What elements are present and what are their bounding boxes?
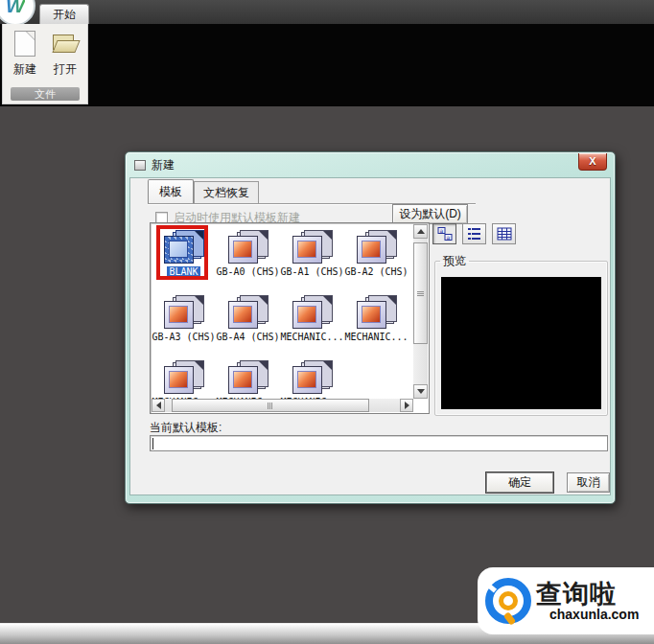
preview-area <box>441 277 601 409</box>
arrow-down-icon <box>417 389 425 394</box>
template-label: GB-A3 (CHS) <box>152 332 215 342</box>
scroll-left-button[interactable] <box>152 399 165 412</box>
tab-template[interactable]: 模板 <box>148 179 194 203</box>
ribbon-group-file: 新建 打开 文件 <box>2 24 88 104</box>
template-icon <box>164 360 204 396</box>
template-icon <box>292 295 333 331</box>
new-document-icon <box>14 31 35 57</box>
app-logo-icon[interactable]: W <box>0 0 35 26</box>
template-icon <box>228 230 269 265</box>
vscroll-thumb[interactable] <box>413 242 428 344</box>
horizontal-scrollbar[interactable] <box>152 399 413 412</box>
thumb-grip-icon <box>417 291 424 296</box>
window-titlebar: W 开始 <box>0 0 654 24</box>
hscroll-thumb[interactable] <box>172 399 369 412</box>
template-item[interactable]: MECHANIC... <box>216 358 280 399</box>
template-item[interactable]: BLANK <box>152 228 216 293</box>
template-label: MECHANIC... <box>344 332 408 342</box>
template-item[interactable]: MECHANIC... <box>152 358 216 399</box>
hscroll-track[interactable] <box>165 399 400 412</box>
new-dialog: 新建 X 模板 文档恢复 启动时使用默认模板新建 设为默认(D) a <box>125 151 616 504</box>
template-icon <box>357 295 397 331</box>
template-icon <box>357 230 397 265</box>
watermark-brand: 查询啦 <box>536 580 617 608</box>
template-item[interactable]: MECHANIC... <box>280 293 344 358</box>
watermark-text: 查询啦 chaxunla.com <box>536 580 639 622</box>
template-label: GB-A1 (CHS) <box>280 266 343 277</box>
ok-button[interactable]: 确定 <box>486 472 553 493</box>
template-item[interactable]: MECHANIC... <box>280 358 344 399</box>
open-button-label: 打开 <box>54 61 77 78</box>
preview-label: 预览 <box>440 253 469 269</box>
cancel-button[interactable]: 取消 <box>567 472 610 493</box>
chaxunla-logo-icon <box>483 576 533 626</box>
arrow-right-icon <box>405 402 409 409</box>
template-label: GB-A2 (CHS) <box>344 266 408 277</box>
preview-group: 预览 <box>434 253 608 416</box>
dialog-title: 新建 <box>152 157 175 173</box>
scroll-down-button[interactable] <box>413 384 428 399</box>
vscroll-track[interactable] <box>413 239 428 384</box>
new-button-label: 新建 <box>13 61 36 78</box>
close-button[interactable]: X <box>578 153 607 171</box>
open-folder-icon <box>50 32 81 57</box>
tab-document-recovery[interactable]: 文档恢复 <box>194 181 259 203</box>
template-label: GB-A0 (CHS) <box>216 266 279 277</box>
ribbon-group-label: 文件 <box>11 87 80 101</box>
logo-letter: W <box>6 0 25 24</box>
template-icon <box>292 360 333 396</box>
red-highlight-annotation <box>156 225 208 280</box>
template-item[interactable]: GB-A2 (CHS) <box>344 228 409 293</box>
template-icon <box>292 230 333 265</box>
ribbon: 新建 打开 文件 <box>0 24 654 106</box>
template-item[interactable]: MECHANIC... <box>344 293 409 358</box>
thumb-grip-icon <box>268 402 272 409</box>
vertical-scrollbar[interactable] <box>413 224 428 399</box>
template-icon <box>228 360 269 396</box>
template-label: GB-A4 (CHS) <box>216 332 279 342</box>
open-button[interactable]: 打开 <box>46 29 84 86</box>
template-icon <box>228 295 269 331</box>
watermark-domain: chaxunla.com <box>549 608 639 622</box>
svg-text:a: a <box>439 227 443 234</box>
dialog-titlebar[interactable]: 新建 X <box>126 152 615 177</box>
list-view-icon <box>467 227 482 241</box>
svg-text:a: a <box>446 234 450 241</box>
app-window: W 开始 新建 打开 文件 新建 X <box>0 0 654 644</box>
template-item[interactable]: GB-A1 (CHS) <box>280 228 344 293</box>
set-default-button[interactable]: 设为默认(D) <box>392 204 468 224</box>
arrow-up-icon <box>417 229 425 234</box>
new-button[interactable]: 新建 <box>6 29 44 86</box>
text-caret <box>152 438 153 449</box>
template-list[interactable]: BLANK GB-A0 (CHS) GB-A1 (CHS) GB-A2 (CHS… <box>150 222 430 414</box>
template-item[interactable]: GB-A3 (CHS) <box>152 293 216 358</box>
view-list-button[interactable] <box>462 223 486 244</box>
view-large-icons-button[interactable]: a a <box>432 223 456 244</box>
dialog-window-icon <box>134 160 146 171</box>
details-view-icon <box>497 227 512 241</box>
tab-start[interactable]: 开始 <box>39 4 89 24</box>
scroll-right-button[interactable] <box>400 399 413 412</box>
arrow-left-icon <box>156 402 161 409</box>
large-icons-icon: a a <box>437 227 453 241</box>
dialog-body: 模板 文档恢复 启动时使用默认模板新建 设为默认(D) a a <box>129 177 611 495</box>
dialog-tabs: 模板 文档恢复 <box>148 183 259 203</box>
template-icon <box>164 295 204 331</box>
template-item[interactable]: GB-A4 (CHS) <box>216 293 280 358</box>
template-label: MECHANIC... <box>280 332 343 342</box>
current-default-input[interactable] <box>150 435 608 451</box>
scroll-up-button[interactable] <box>413 224 428 239</box>
close-icon: X <box>589 156 596 167</box>
watermark: 查询啦 chaxunla.com <box>478 567 654 634</box>
current-default-label: 当前默认模板: <box>150 420 222 436</box>
template-items: BLANK GB-A0 (CHS) GB-A1 (CHS) GB-A2 (CHS… <box>152 224 413 399</box>
template-item[interactable]: GB-A0 (CHS) <box>216 228 280 293</box>
view-details-button[interactable] <box>492 223 516 244</box>
